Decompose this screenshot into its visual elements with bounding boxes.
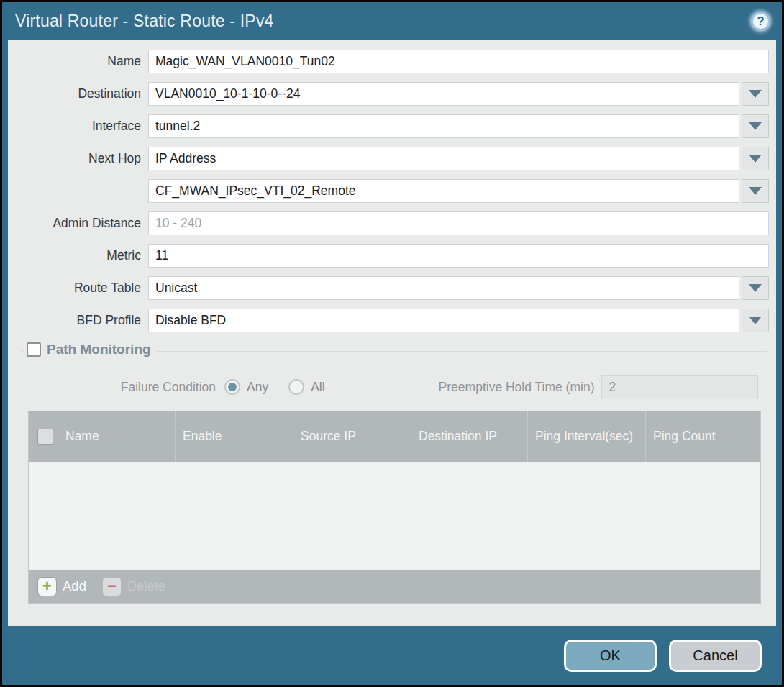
next-hop-address-dropdown-button[interactable] bbox=[742, 179, 769, 203]
failure-condition-label: Failure Condition bbox=[27, 380, 224, 395]
interface-label: Interface bbox=[8, 119, 148, 134]
bfd-profile-row: BFD Profile bbox=[8, 309, 769, 332]
failure-condition-any-radio[interactable] bbox=[224, 379, 240, 395]
route-table-input[interactable] bbox=[148, 276, 739, 300]
cancel-button[interactable]: Cancel bbox=[669, 640, 762, 672]
bfd-profile-input[interactable] bbox=[148, 309, 739, 332]
titlebar: Virtual Router - Static Route - IPv4 ? bbox=[2, 2, 782, 40]
destination-input[interactable] bbox=[148, 82, 739, 106]
bfd-profile-label: BFD Profile bbox=[8, 313, 148, 328]
chevron-down-icon bbox=[749, 90, 762, 98]
dialog-title: Virtual Router - Static Route - IPv4 bbox=[15, 12, 274, 31]
help-icon[interactable]: ? bbox=[751, 12, 770, 31]
bfd-profile-dropdown-button[interactable] bbox=[742, 309, 769, 332]
next-hop-dropdown-button[interactable] bbox=[742, 147, 769, 170]
destination-dropdown-button[interactable] bbox=[742, 82, 769, 106]
delete-button[interactable]: − Delete bbox=[102, 577, 165, 596]
column-header-name[interactable]: Name bbox=[58, 411, 175, 462]
column-header-source-ip[interactable]: Source IP bbox=[293, 411, 411, 462]
preemptive-hold-time-input[interactable] bbox=[601, 375, 758, 399]
select-all-checkbox[interactable] bbox=[37, 429, 53, 445]
admin-distance-input[interactable] bbox=[148, 211, 769, 235]
dialog-footer: OK Cancel bbox=[2, 626, 782, 685]
add-button[interactable]: + Add bbox=[37, 577, 86, 596]
destination-label: Destination bbox=[8, 86, 148, 101]
name-row: Name bbox=[8, 50, 769, 73]
radio-selected-dot bbox=[228, 383, 237, 391]
path-monitoring-title: Path Monitoring bbox=[47, 342, 151, 358]
table-header-row: Name Enable Source IP Destination IP Pin… bbox=[29, 411, 760, 462]
column-header-destination-ip[interactable]: Destination IP bbox=[411, 411, 527, 462]
path-monitoring-section: Path Monitoring Failure Condition Any Al… bbox=[22, 351, 767, 614]
metric-row: Metric bbox=[8, 244, 769, 268]
column-header-enable[interactable]: Enable bbox=[175, 411, 293, 462]
admin-distance-label: Admin Distance bbox=[8, 216, 148, 231]
metric-input[interactable] bbox=[148, 244, 769, 268]
table-toolbar: + Add − Delete bbox=[29, 570, 760, 603]
interface-dropdown-button[interactable] bbox=[742, 114, 769, 138]
delete-button-label: Delete bbox=[127, 578, 165, 594]
name-label: Name bbox=[8, 54, 148, 69]
admin-distance-row: Admin Distance bbox=[8, 211, 769, 235]
select-all-cell bbox=[29, 411, 58, 462]
failure-condition-all-radio[interactable] bbox=[288, 379, 304, 395]
dialog-body: Name Destination Interface Next Hop bbox=[8, 40, 776, 626]
interface-input[interactable] bbox=[148, 114, 739, 138]
table-body-empty bbox=[29, 462, 760, 570]
metric-label: Metric bbox=[8, 248, 148, 263]
route-table-label: Route Table bbox=[8, 281, 148, 296]
preemptive-hold-time-label: Preemptive Hold Time (min) bbox=[439, 380, 595, 395]
interface-row: Interface bbox=[8, 114, 769, 138]
destination-row: Destination bbox=[8, 82, 769, 106]
route-table-dropdown-button[interactable] bbox=[742, 276, 769, 300]
route-table-row: Route Table bbox=[8, 276, 769, 300]
ok-button[interactable]: OK bbox=[564, 640, 657, 672]
chevron-down-icon bbox=[749, 187, 762, 195]
path-monitoring-checkbox[interactable] bbox=[27, 342, 41, 357]
chevron-down-icon bbox=[749, 317, 762, 324]
chevron-down-icon bbox=[749, 284, 762, 292]
static-route-dialog: Virtual Router - Static Route - IPv4 ? N… bbox=[0, 0, 784, 687]
name-input[interactable] bbox=[148, 50, 769, 73]
column-header-ping-count[interactable]: Ping Count bbox=[645, 411, 760, 462]
failure-condition-all-label: All bbox=[311, 380, 324, 395]
next-hop-row: Next Hop bbox=[8, 147, 769, 170]
plus-icon: + bbox=[37, 577, 57, 596]
failure-condition-row: Failure Condition Any All Preemptive Hol… bbox=[27, 375, 760, 399]
chevron-down-icon bbox=[749, 122, 762, 130]
next-hop-label: Next Hop bbox=[8, 151, 148, 166]
failure-condition-any-label: Any bbox=[247, 380, 268, 395]
next-hop-address-input[interactable] bbox=[148, 179, 739, 203]
chevron-down-icon bbox=[749, 155, 762, 163]
next-hop-address-row bbox=[8, 179, 769, 203]
path-monitoring-legend: Path Monitoring bbox=[24, 342, 157, 358]
add-button-label: Add bbox=[63, 578, 86, 594]
column-header-ping-interval[interactable]: Ping Interval(sec) bbox=[527, 411, 645, 462]
next-hop-type-input[interactable] bbox=[148, 147, 739, 170]
minus-icon: − bbox=[102, 577, 122, 596]
path-monitoring-table: Name Enable Source IP Destination IP Pin… bbox=[28, 411, 761, 604]
